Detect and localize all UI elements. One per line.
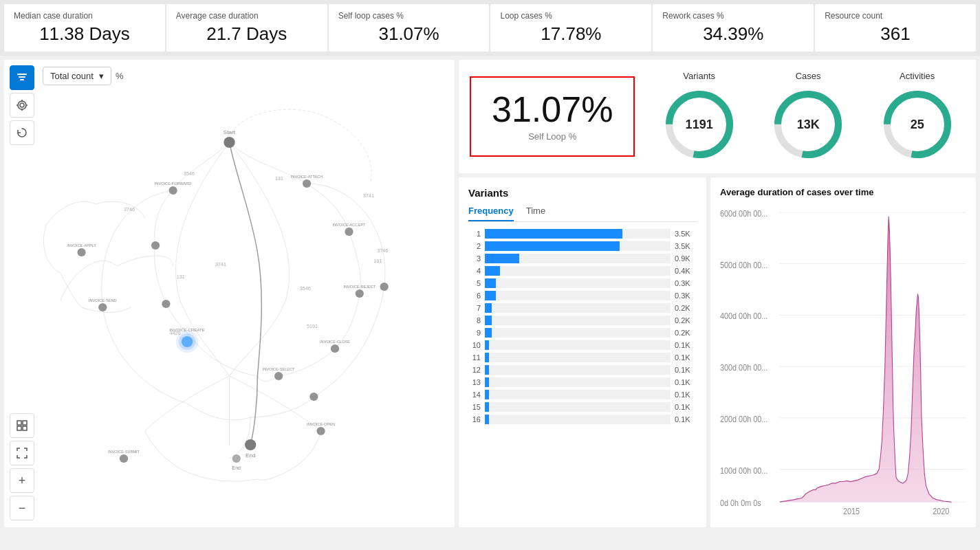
svg-text:4420: 4420 xyxy=(170,331,181,336)
kpi-value: 21.7 Days xyxy=(176,23,318,45)
bar-outer xyxy=(485,229,671,239)
bar-value: 3.5K xyxy=(675,242,697,250)
svg-point-42 xyxy=(309,393,318,401)
bar-inner xyxy=(485,390,489,399)
bar-value: 0.1K xyxy=(675,415,697,424)
svg-point-9 xyxy=(224,137,235,148)
circle-item: Variants 1191 xyxy=(662,71,737,162)
bar-number: 13 xyxy=(468,378,481,386)
circle-title: Activities xyxy=(900,71,935,81)
bar-value: 0.1K xyxy=(675,390,697,399)
bar-value: 0.1K xyxy=(675,341,697,349)
chevron-down-icon: ▾ xyxy=(99,71,104,81)
bar-row: 13 0.1K xyxy=(468,377,697,387)
svg-text:3746: 3746 xyxy=(377,248,388,254)
filter-button[interactable] xyxy=(10,65,34,90)
bar-inner xyxy=(485,291,496,300)
kpi-value: 34.39% xyxy=(662,23,804,45)
circles-area: Variants 1191 Cases 13K Activities xyxy=(651,71,965,162)
kpi-card: Rework cases % 34.39% xyxy=(653,4,814,52)
svg-text:INVOICE-SEND: INVOICE-SEND xyxy=(89,298,117,302)
svg-text:INVOICE-CLOSE: INVOICE-CLOSE xyxy=(320,340,350,344)
svg-text:INVOICE-FORWARD: INVOICE-FORWARD xyxy=(155,182,192,186)
bar-number: 1 xyxy=(468,230,481,238)
svg-point-29 xyxy=(274,372,283,380)
pct-label: % xyxy=(116,71,124,81)
kpi-card: Loop cases % 17.78% xyxy=(490,4,651,52)
svg-text:3741: 3741 xyxy=(215,262,226,267)
metric-dropdown[interactable]: Total count ▾ xyxy=(43,67,111,85)
svg-text:131: 131 xyxy=(373,258,382,264)
bar-number: 4 xyxy=(468,267,481,275)
kpi-value: 17.78% xyxy=(500,23,642,45)
bar-row: 2 3.5K xyxy=(468,241,697,251)
self-loop-label: Self Loop % xyxy=(528,131,576,142)
svg-point-40 xyxy=(316,427,325,435)
svg-text:5191: 5191 xyxy=(307,324,318,329)
svg-text:2020: 2020 xyxy=(933,507,949,514)
bar-value: 0.2K xyxy=(675,329,697,337)
bars-container: 1 3.5K 2 3.5K 3 0.9K 4 0.4K 5 xyxy=(468,229,697,424)
bar-inner xyxy=(485,229,622,239)
target-icon-button[interactable] xyxy=(10,93,34,118)
bar-value: 0.3K xyxy=(675,292,697,300)
circle-title: Variants xyxy=(683,71,715,81)
svg-text:INVOICE-APPLY: INVOICE-APPLY xyxy=(67,243,96,248)
grid-button[interactable] xyxy=(10,413,34,438)
zoom-in-button[interactable]: + xyxy=(10,468,34,493)
expand-button[interactable] xyxy=(10,441,34,465)
bar-outer xyxy=(485,415,671,424)
kpi-card: Self loop cases % 31.07% xyxy=(329,4,490,52)
kpi-row: Median case duration 11.38 Days Average … xyxy=(0,0,980,56)
chart-area: 600d 00h 00... 500d 00h 00... 400d 00h 0… xyxy=(720,204,966,514)
kpi-label: Self loop cases % xyxy=(338,11,480,21)
bar-row: 4 0.4K xyxy=(468,266,697,276)
tab-frequency[interactable]: Frequency xyxy=(468,206,514,221)
variants-tabs: Frequency Time xyxy=(468,206,697,222)
bar-outer xyxy=(485,254,671,263)
bar-inner xyxy=(485,365,489,375)
kpi-value: 31.07% xyxy=(338,23,480,45)
svg-text:600d 00h 00...: 600d 00h 00... xyxy=(720,209,767,218)
svg-point-23 xyxy=(151,241,160,250)
svg-point-19 xyxy=(168,186,177,195)
bar-inner xyxy=(485,241,620,251)
kpi-label: Median case duration xyxy=(14,11,155,21)
tab-time[interactable]: Time xyxy=(526,206,545,221)
refresh-button[interactable] xyxy=(10,120,34,145)
svg-point-38 xyxy=(120,454,128,463)
bar-value: 0.3K xyxy=(675,279,697,287)
bar-row: 16 0.1K xyxy=(468,415,697,424)
svg-rect-2 xyxy=(20,79,24,80)
bar-outer xyxy=(485,266,671,276)
svg-text:2015: 2015 xyxy=(843,507,860,514)
bar-row: 3 0.9K xyxy=(468,254,697,263)
bar-outer xyxy=(485,402,671,412)
donut-ring: 25 xyxy=(880,87,955,162)
donut-ring: 13K xyxy=(770,87,846,162)
svg-text:INVOICE-SUBMIT: INVOICE-SUBMIT xyxy=(108,450,140,454)
svg-text:INVOICE-REJECT: INVOICE-REJECT xyxy=(343,285,375,289)
bar-number: 3 xyxy=(468,254,481,263)
bar-outer xyxy=(485,241,671,251)
bar-number: 12 xyxy=(468,366,481,374)
bar-outer xyxy=(485,291,671,300)
svg-text:3741: 3741 xyxy=(363,193,374,199)
bar-value: 0.4K xyxy=(675,267,697,275)
donut-value: 1191 xyxy=(686,118,713,132)
left-toolbar xyxy=(10,65,34,145)
bar-row: 5 0.3K xyxy=(468,278,697,288)
kpi-card: Average case duration 21.7 Days xyxy=(166,4,327,52)
bar-value: 0.1K xyxy=(675,403,697,411)
svg-text:INVOICE-SELECT: INVOICE-SELECT xyxy=(263,367,295,371)
svg-text:0d 0h 0m 0s: 0d 0h 0m 0s xyxy=(720,499,761,508)
self-loop-percentage: 31.07% xyxy=(492,91,613,127)
dropdown-label: Total count xyxy=(50,71,94,81)
svg-text:200d 00h 00...: 200d 00h 00... xyxy=(720,415,767,424)
zoom-out-button[interactable]: − xyxy=(10,496,34,520)
left-panel: Total count ▾ % xyxy=(4,60,455,527)
bar-value: 0.1K xyxy=(675,353,697,362)
stats-panel: 31.07% Self Loop % Variants 1191 Cases xyxy=(459,60,976,173)
bar-inner xyxy=(485,377,489,387)
kpi-label: Resource count xyxy=(825,11,966,21)
